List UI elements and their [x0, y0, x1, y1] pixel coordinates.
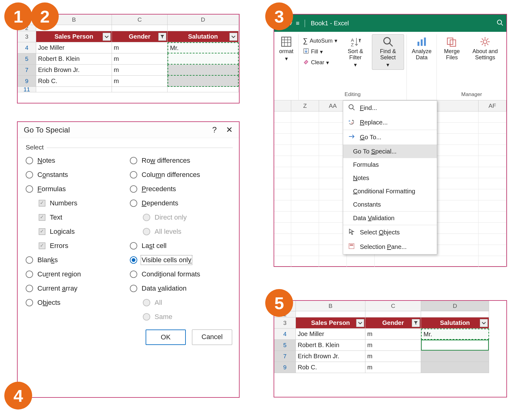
- cell[interactable]: m: [365, 362, 421, 373]
- col-header-B[interactable]: B: [296, 301, 365, 311]
- menu-item-replace[interactable]: abReplace...: [343, 115, 437, 130]
- cell-selected[interactable]: [168, 65, 239, 76]
- menu-item-notes[interactable]: Notes: [343, 171, 437, 185]
- row-header[interactable]: 9: [274, 362, 296, 373]
- cell[interactable]: [168, 25, 239, 31]
- option-notes[interactable]: Notes: [26, 157, 127, 165]
- ribbon-find-select-button[interactable]: Find & Select ▾: [372, 34, 404, 70]
- cell-selected[interactable]: [168, 53, 239, 65]
- table-header-salutation[interactable]: Salutation: [168, 31, 239, 42]
- row-header[interactable]: 4: [18, 42, 36, 53]
- row-header[interactable]: 3: [18, 31, 36, 42]
- option-blanks[interactable]: Blanks: [26, 256, 127, 264]
- cell[interactable]: m: [365, 340, 421, 351]
- menu-item-go-to-special[interactable]: Go To Special...: [343, 145, 437, 158]
- option-conditional-formats[interactable]: Conditional formats: [130, 270, 231, 278]
- col-header-blank[interactable]: [274, 100, 291, 111]
- row-header[interactable]: 7: [18, 65, 36, 76]
- option-data-validation[interactable]: Data validation: [130, 284, 231, 292]
- option-dependents[interactable]: Dependents: [130, 199, 231, 207]
- close-icon[interactable]: ✕: [226, 125, 233, 135]
- cell[interactable]: Mr.: [421, 329, 489, 340]
- menu-item-selection-pane[interactable]: Selection Pane...: [343, 240, 437, 254]
- option-row-differences[interactable]: Row differences: [130, 157, 231, 165]
- cell[interactable]: Rob C.: [36, 76, 112, 87]
- ribbon-merge-files-button[interactable]: Merge Files: [439, 34, 464, 63]
- col-header[interactable]: Z: [291, 100, 319, 111]
- overflow-icon[interactable]: ≡: [296, 20, 300, 27]
- cell[interactable]: m: [365, 351, 421, 362]
- cell[interactable]: m: [112, 42, 168, 53]
- row-header[interactable]: 3: [274, 317, 296, 329]
- col-header-C[interactable]: C: [365, 301, 421, 311]
- cell[interactable]: [421, 311, 489, 317]
- table-header-sales[interactable]: Sales Person: [296, 317, 365, 329]
- table-header-sales[interactable]: Sales Person: [36, 31, 112, 42]
- cell[interactable]: Joe Miller: [296, 329, 365, 340]
- table-header-gender[interactable]: Gender: [112, 31, 168, 42]
- col-header-D[interactable]: D: [421, 301, 489, 311]
- row-header[interactable]: 5: [274, 340, 296, 351]
- ribbon-clear-button[interactable]: Clear ▾: [301, 58, 339, 67]
- option-numbers[interactable]: Numbers: [39, 199, 127, 207]
- menu-item-constants[interactable]: Constants: [343, 198, 437, 211]
- filter-active-icon[interactable]: [412, 319, 420, 327]
- cell-selected[interactable]: [168, 76, 239, 87]
- row-header[interactable]: 5: [18, 53, 36, 65]
- option-formulas[interactable]: Formulas: [26, 185, 127, 193]
- cell[interactable]: [365, 311, 421, 317]
- cell[interactable]: m: [112, 76, 168, 87]
- cell[interactable]: [112, 87, 168, 92]
- option-constants[interactable]: Constants: [26, 171, 127, 179]
- cell[interactable]: m: [112, 53, 168, 65]
- filter-dropdown-icon[interactable]: [229, 33, 237, 41]
- option-text[interactable]: Text: [39, 213, 127, 221]
- row-header[interactable]: 4: [274, 329, 296, 340]
- cell[interactable]: [421, 351, 489, 362]
- col-header[interactable]: AF: [479, 100, 506, 111]
- option-column-differences[interactable]: Column differences: [130, 171, 231, 179]
- menu-item-formulas[interactable]: Formulas: [343, 158, 437, 171]
- cell[interactable]: [421, 362, 489, 373]
- row-header[interactable]: 11: [18, 87, 36, 92]
- row-header[interactable]: 7: [274, 351, 296, 362]
- cell[interactable]: Robert B. Klein: [296, 340, 365, 351]
- option-current-array[interactable]: Current array: [26, 284, 127, 292]
- worksheet-grid[interactable]: Z AA AB AF Find...abReplace...Go To...Go…: [274, 100, 506, 267]
- ribbon-about-settings-button[interactable]: About and Settings: [466, 34, 504, 63]
- table-header-salutation[interactable]: Salutation: [421, 317, 489, 329]
- ribbon-fill-button[interactable]: Fill ▾: [301, 47, 339, 56]
- col-header-C[interactable]: C: [112, 15, 168, 25]
- cell[interactable]: Erich Brown Jr.: [296, 351, 365, 362]
- cell[interactable]: m: [112, 65, 168, 76]
- ok-button[interactable]: OK: [146, 330, 186, 345]
- filter-dropdown-icon[interactable]: [480, 319, 488, 327]
- filter-active-icon[interactable]: [158, 33, 166, 41]
- ribbon-analyze-button[interactable]: Analyze Data: [409, 34, 434, 63]
- option-errors[interactable]: Errors: [39, 242, 127, 250]
- ribbon-autosum-button[interactable]: ∑ AutoSum ▾: [301, 36, 339, 45]
- search-icon[interactable]: [496, 19, 503, 27]
- cell[interactable]: [36, 87, 112, 92]
- option-visible-cells-only[interactable]: Visible cells only: [130, 256, 231, 264]
- option-objects[interactable]: Objects: [26, 299, 127, 307]
- menu-item-go-to[interactable]: Go To...: [343, 130, 437, 145]
- cell[interactable]: [112, 25, 168, 31]
- option-current-region[interactable]: Current region: [26, 270, 127, 278]
- cancel-button[interactable]: Cancel: [192, 330, 232, 345]
- cell-marquee[interactable]: Mr.: [168, 42, 239, 53]
- cell[interactable]: Joe Miller: [36, 42, 112, 53]
- filter-dropdown-icon[interactable]: [356, 319, 364, 327]
- option-last-cell[interactable]: Last cell: [130, 242, 231, 250]
- menu-item-conditional-formatting[interactable]: Conditional Formatting: [343, 185, 437, 198]
- cell[interactable]: [168, 87, 239, 92]
- row-header[interactable]: 9: [18, 76, 36, 87]
- ribbon-format-button[interactable]: ormat ▾: [277, 34, 296, 64]
- cell[interactable]: Erich Brown Jr.: [36, 65, 112, 76]
- menu-item-find[interactable]: Find...: [343, 101, 437, 115]
- cell-active[interactable]: [421, 340, 489, 351]
- menu-item-select-objects[interactable]: Select Objects: [343, 225, 437, 240]
- cell[interactable]: Rob C.: [296, 362, 365, 373]
- cell[interactable]: Robert B. Klein: [36, 53, 112, 65]
- menu-item-data-validation[interactable]: Data Validation: [343, 212, 437, 225]
